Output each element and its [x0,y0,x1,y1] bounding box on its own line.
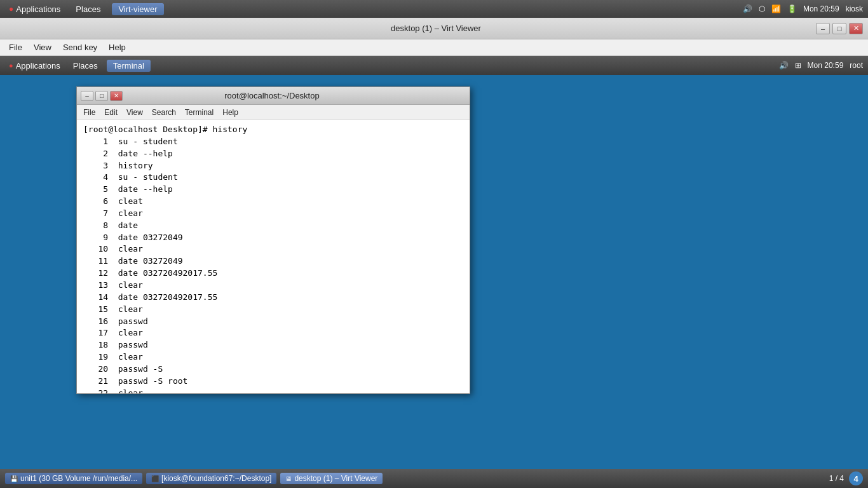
host-apps-icon: ● [9,4,13,13]
host-task-virtviewer-icon: 🖥 [285,475,292,482]
virt-viewer-minimize-button[interactable]: – [816,23,830,34]
virt-viewer-close-button[interactable]: ✕ [849,23,863,34]
terminal-edit-menu[interactable]: Edit [100,107,121,118]
host-bottom-right: 1 / 4 4 [829,469,863,488]
virt-viewer-sendkey-menu[interactable]: Send key [58,41,102,53]
host-volume-icon: 🔊 [743,4,752,13]
terminal-maximize-button[interactable]: □ [95,91,108,101]
virt-viewer-window: desktop (1) – Virt Viewer – □ ✕ File Vie… [0,18,868,488]
virt-viewer-view-menu[interactable]: View [29,41,57,53]
host-apps-label: Applications [16,4,60,14]
terminal-window: – □ ✕ root@localhost:~/Desktop File Edit… [76,86,470,394]
host-applications-button[interactable]: ● Applications [5,3,64,15]
host-battery-icon: 🔋 [787,4,797,13]
terminal-content[interactable]: [root@localhost Desktop]# history 1 su -… [77,120,470,393]
virt-viewer-menubar: File View Send key Help [0,39,868,56]
guest-apps-icon: ● [9,62,13,69]
virt-viewer-titlebar: desktop (1) – Virt Viewer – □ ✕ [0,18,868,39]
terminal-search-menu[interactable]: Search [148,107,180,118]
guest-user: root [850,61,863,70]
host-places-button[interactable]: Places [72,3,104,15]
host-task-kiosk[interactable]: ⬛ [kiosk@foundation67:~/Desktop] [146,473,276,484]
guest-desktop: ● Applications Places Terminal 🔊 ⊞ Mon 2… [0,56,868,488]
host-pager-button[interactable]: 4 [849,471,863,485]
terminal-view-menu[interactable]: View [123,107,147,118]
host-wifi-icon: 📶 [771,4,781,13]
host-task-unit1[interactable]: 💾 unit1 (30 GB Volume /run/media/... [5,473,142,484]
guest-taskbar-right: 🔊 ⊞ Mon 20:59 root [779,56,863,75]
host-taskbar-right: 🔊 ⬡ 📶 🔋 Mon 20:59 kiosk [743,0,863,18]
terminal-help-menu[interactable]: Help [219,107,242,118]
terminal-minimize-button[interactable]: – [81,91,93,101]
terminal-menubar: File Edit View Search Terminal Help [77,105,470,120]
guest-terminal-button[interactable]: Terminal [107,60,151,72]
virt-viewer-help-menu[interactable]: Help [104,41,131,53]
host-active-window[interactable]: Virt-viewer [112,3,163,15]
host-bluetooth-icon: ⬡ [759,4,765,13]
host-task-unit1-icon: 💾 [10,475,18,482]
terminal-text: [root@localhost Desktop]# history 1 su -… [83,124,463,393]
guest-network-icon: ⊞ [795,61,801,70]
terminal-window-buttons: – □ ✕ [81,91,123,101]
host-time: Mon 20:59 [803,4,839,13]
host-bottom-bar: 💾 unit1 (30 GB Volume /run/media/... ⬛ [… [0,469,868,488]
guest-taskbar: ● Applications Places Terminal 🔊 ⊞ Mon 2… [0,56,868,75]
host-taskbar: ● Applications Places Virt-viewer 🔊 ⬡ 📶 … [0,0,868,18]
terminal-title: root@localhost:~/Desktop [123,91,421,100]
guest-time: Mon 20:59 [808,61,844,70]
terminal-close-button[interactable]: ✕ [110,91,123,101]
host-task-kiosk-icon: ⬛ [151,475,159,482]
virt-viewer-title: desktop (1) – Virt Viewer [56,24,816,33]
guest-applications-button[interactable]: ● Applications [5,60,64,72]
guest-places-button[interactable]: Places [71,60,100,72]
host-task-virtviewer[interactable]: 🖥 desktop (1) – Virt Viewer [280,473,383,484]
virt-viewer-window-buttons: – □ ✕ [816,23,863,34]
host-user: kiosk [846,4,863,13]
guest-volume-icon: 🔊 [779,61,789,70]
virt-viewer-file-menu[interactable]: File [4,41,27,53]
host-bottom-pager: 1 / 4 [829,474,844,483]
terminal-titlebar: – □ ✕ root@localhost:~/Desktop [77,87,470,105]
virt-viewer-maximize-button[interactable]: □ [832,23,846,34]
terminal-file-menu[interactable]: File [79,107,99,118]
terminal-terminal-menu[interactable]: Terminal [181,107,217,118]
